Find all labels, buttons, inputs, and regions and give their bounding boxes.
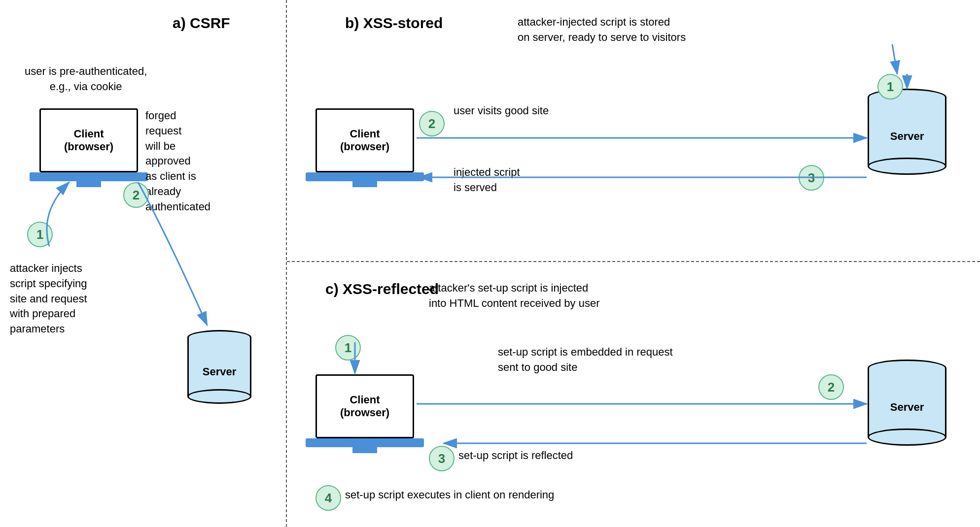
horizontal-divider bbox=[287, 261, 980, 262]
xss-stored-client-screen: Client(browser) bbox=[315, 108, 414, 172]
xss-reflected-client-base bbox=[306, 438, 424, 447]
xss-stored-circle-2: 2 bbox=[419, 111, 445, 136]
xss-reflected-reflected-label: set-up script is reflected bbox=[458, 448, 573, 463]
xss-reflected-client-screen: Client(browser) bbox=[315, 374, 414, 438]
xss-reflected-circle-2: 2 bbox=[818, 374, 844, 400]
xss-stored-circle-3: 3 bbox=[799, 165, 824, 191]
csrf-client-base bbox=[30, 172, 148, 181]
csrf-circle-1: 1 bbox=[27, 222, 53, 247]
csrf-attacker-label: attacker injectsscript specifyingsite an… bbox=[10, 261, 87, 337]
csrf-circle-2: 2 bbox=[123, 182, 149, 208]
xss-stored-circle-1: 1 bbox=[877, 74, 903, 99]
csrf-client-stand bbox=[76, 181, 101, 187]
xss-reflected-circle-4: 4 bbox=[315, 485, 341, 511]
csrf-pre-auth-label: user is pre-authenticated,e.g., via cook… bbox=[25, 64, 147, 95]
xss-stored-client-stand bbox=[352, 181, 377, 187]
xss-reflected-embedded-label: set-up script is embedded in requestsent… bbox=[498, 345, 673, 375]
xss-reflected-circle-3: 3 bbox=[429, 446, 455, 471]
xss-reflected-executes-label: set-up script executes in client on rend… bbox=[345, 488, 554, 503]
xss-reflected-client-stand bbox=[352, 447, 377, 453]
xss-stored-visits-label: user visits good site bbox=[454, 103, 549, 119]
xss-reflected-client-label: Client(browser) bbox=[340, 394, 389, 419]
xss-stored-client-label: Client(browser) bbox=[340, 128, 389, 153]
xss-stored-injected-label: attacker-injected script is storedon ser… bbox=[518, 15, 686, 45]
xss-stored-client-base bbox=[306, 172, 424, 181]
xss-stored-served-label: injected scriptis served bbox=[454, 165, 520, 196]
xss-stored-server-label: Server bbox=[890, 130, 924, 143]
csrf-client-screen: Client(browser) bbox=[39, 108, 138, 172]
xss-reflected-setup-label: attacker's set-up script is injectedinto… bbox=[429, 281, 599, 311]
section-title-csrf: a) CSRF bbox=[173, 15, 230, 32]
csrf-server-label: Server bbox=[203, 365, 237, 378]
main-container: { "sections": { "a_title": "a) CSRF", "b… bbox=[0, 0, 980, 527]
csrf-client-label: Client(browser) bbox=[64, 128, 113, 153]
vertical-divider bbox=[286, 0, 287, 527]
section-title-xss-reflected: c) XSS-reflected bbox=[325, 281, 439, 297]
section-title-xss-stored: b) XSS-stored bbox=[345, 15, 443, 32]
xss-reflected-server-label: Server bbox=[890, 401, 924, 414]
xss-reflected-circle-1: 1 bbox=[335, 335, 361, 361]
csrf-forged-label: forgedrequestwill beapprovedas client is… bbox=[145, 108, 210, 215]
